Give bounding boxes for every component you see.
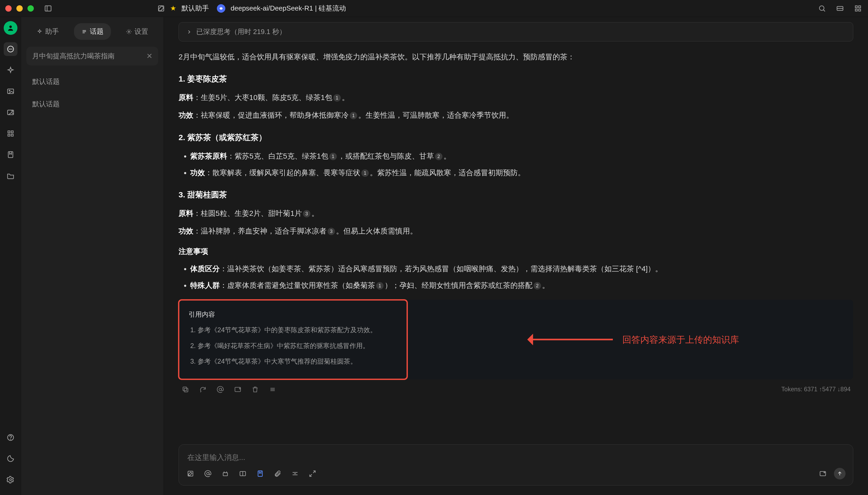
window-collapse-icon[interactable]	[835, 4, 845, 13]
prompt-icon[interactable]	[221, 470, 230, 478]
svg-rect-0	[45, 6, 51, 11]
topic-item[interactable]: 默认话题	[27, 94, 158, 115]
rail-bookmark-icon[interactable]	[4, 148, 17, 161]
tab-assistant[interactable]: 助手	[29, 23, 66, 40]
svg-rect-16	[7, 89, 14, 94]
svg-rect-9	[855, 9, 857, 11]
rail-chat-icon[interactable]	[4, 42, 17, 56]
message-actions: Tokens: 6371 ↑5477 ↓894	[179, 379, 853, 396]
svg-rect-25	[8, 152, 13, 158]
references-title: 引用内容	[189, 308, 843, 321]
section-2-item: 紫苏茶原料：紫苏5克、白芷5克、绿茶1包1，或搭配红茶包与陈皮、甘草2。	[190, 149, 853, 163]
close-window-button[interactable]	[5, 5, 12, 12]
rail-folder-icon[interactable]	[4, 169, 17, 183]
attach-icon[interactable]	[273, 470, 282, 478]
mention-icon[interactable]	[204, 470, 212, 478]
section-3-eff: 功效：温补脾肺，养血安神，适合手脚冰凉者3。但易上火体质需慎用。	[179, 224, 853, 238]
citation-1[interactable]: 1	[350, 112, 357, 119]
citation-1[interactable]: 1	[361, 169, 369, 177]
more-icon[interactable]	[268, 385, 277, 394]
svg-rect-7	[855, 6, 857, 8]
sidebar-tabs: 助手 话题 设置	[21, 17, 164, 44]
notes-item: 体质区分：温补类茶饮（如姜枣茶、紫苏茶）适合风寒感冒预防，若为风热感冒（如咽喉肿…	[190, 262, 853, 276]
chevron-right-icon	[186, 29, 192, 35]
avatar[interactable]	[4, 21, 17, 35]
tab-topic[interactable]: 话题	[74, 23, 111, 40]
svg-rect-10	[859, 9, 861, 11]
minimize-window-button[interactable]	[16, 5, 23, 12]
svg-rect-44	[223, 473, 227, 476]
topic-item[interactable]: 默认话题	[27, 71, 158, 92]
maximize-window-button[interactable]	[28, 5, 34, 12]
expand-icon[interactable]	[308, 470, 317, 478]
rail-settings-icon[interactable]	[4, 473, 17, 487]
reference-item: 参考《24节气花草茶》中的姜枣陈皮茶和紫苏茶配方及功效。	[198, 324, 843, 337]
citation-1[interactable]: 1	[329, 153, 337, 160]
assistant-message: 2月中旬气温较低，适合饮用具有驱寒保暖、增强免疫力的温补类茶饮。以下推荐几种有助…	[179, 50, 853, 379]
apps-grid-icon[interactable]	[853, 4, 863, 13]
left-rail	[0, 17, 21, 495]
thinking-text: 已深度思考（用时 219.1 秒）	[196, 27, 286, 36]
svg-line-54	[310, 474, 312, 476]
composer-toolbar	[186, 468, 846, 479]
section-1-heading: 1. 姜枣陈皮茶	[179, 71, 853, 86]
star-icon: ★	[170, 4, 176, 12]
citation-1[interactable]: 1	[333, 94, 341, 102]
svg-point-17	[9, 90, 10, 91]
send-button[interactable]	[834, 468, 846, 479]
notes-item: 特殊人群：虚寒体质者需避免过量饮用寒性茶（如桑菊茶1）；孕妇、经期女性慎用含紫苏…	[190, 278, 853, 292]
thinking-status[interactable]: 已深度思考（用时 219.1 秒）	[179, 22, 853, 41]
svg-point-27	[10, 439, 11, 439]
citation-3[interactable]: 3	[328, 228, 335, 235]
compose-icon[interactable]	[157, 4, 166, 13]
citation-2[interactable]: 2	[534, 282, 541, 289]
edit-icon[interactable]	[186, 470, 195, 478]
knowledge-base-icon[interactable]	[256, 470, 264, 478]
model-selector[interactable]: deepseek-ai/DeepSeek-R1 | 硅基流动	[217, 4, 346, 13]
topic-list: 默认话题 默认话题	[21, 69, 164, 117]
svg-line-53	[313, 471, 315, 473]
current-topic-row[interactable]: 月中旬提高抵抗力喝茶指南 ✕	[27, 47, 158, 65]
tab-settings[interactable]: 设置	[119, 23, 155, 40]
search-icon[interactable]	[817, 4, 827, 13]
intro-text: 2月中旬气温较低，适合饮用具有驱寒保暖、增强免疫力的温补类茶饮。以下推荐几种有助…	[179, 50, 853, 64]
rail-theme-icon[interactable]	[4, 452, 17, 465]
tab-assistant-label: 助手	[45, 27, 59, 36]
rail-help-icon[interactable]	[4, 431, 17, 444]
title-bar: ★ 默认助手 deepseek-ai/DeepSeek-R1 | 硅基流动	[0, 0, 868, 17]
citation-3[interactable]: 3	[303, 210, 310, 218]
regenerate-icon[interactable]	[199, 385, 207, 394]
svg-point-3	[819, 6, 824, 11]
message-input[interactable]: 在这里输入消息...	[186, 450, 846, 468]
layout-icon[interactable]	[239, 470, 247, 478]
svg-point-28	[10, 479, 12, 481]
svg-rect-34	[183, 387, 187, 391]
section-3-heading: 3. 甜菊桂圆茶	[179, 187, 853, 202]
svg-rect-8	[859, 6, 861, 8]
sidebar-toggle-icon[interactable]	[43, 4, 53, 13]
tab-settings-label: 设置	[134, 27, 148, 36]
rail-sparkle-icon[interactable]	[4, 63, 17, 77]
rail-grid-icon[interactable]	[4, 127, 17, 140]
token-stats: Tokens: 6371 ↑5477 ↓894	[781, 386, 851, 393]
image-add-icon[interactable]	[233, 385, 242, 394]
close-icon[interactable]: ✕	[146, 52, 152, 61]
assistant-selector[interactable]: ★ 默认助手	[170, 4, 209, 13]
svg-rect-23	[8, 134, 10, 136]
rail-image-icon[interactable]	[4, 84, 17, 98]
copy-icon[interactable]	[181, 385, 190, 394]
svg-point-43	[207, 472, 209, 475]
citation-2[interactable]: 2	[435, 153, 442, 160]
mention-icon[interactable]	[216, 385, 225, 394]
chat-scroll[interactable]: 已深度思考（用时 219.1 秒） 2月中旬气温较低，适合饮用具有驱寒保暖、增强…	[164, 17, 868, 437]
rail-image-add-icon[interactable]	[4, 105, 17, 119]
citation-1[interactable]: 1	[376, 282, 383, 289]
clear-icon[interactable]	[291, 470, 299, 478]
delete-icon[interactable]	[251, 385, 259, 394]
svg-point-35	[219, 388, 222, 391]
image-upload-icon[interactable]	[819, 470, 827, 478]
sidebar: 助手 话题 设置 月中旬提高抵抗力喝茶指南 ✕ 默认话题 默认话题	[21, 17, 164, 495]
svg-point-11	[9, 25, 12, 28]
window-controls	[5, 5, 34, 12]
model-name: deepseek-ai/DeepSeek-R1 | 硅基流动	[231, 4, 346, 13]
